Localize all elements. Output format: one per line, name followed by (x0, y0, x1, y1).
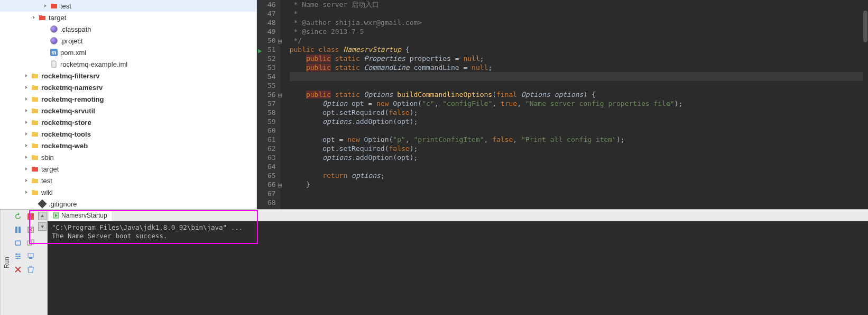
scroll-down-button[interactable] (38, 222, 47, 231)
console-tab-bar: NamesrvStartup (48, 210, 868, 221)
expand-arrow-icon (42, 38, 49, 44)
expand-arrow-icon[interactable] (23, 189, 30, 195)
tree-item-test[interactable]: test (0, 0, 256, 12)
run-gutter-icon[interactable]: ▶ (258, 46, 262, 55)
svg-point-9 (17, 257, 19, 259)
tree-item-rocketmq-tools[interactable]: rocketmq-tools (0, 128, 256, 140)
tree-item-wiki[interactable]: wiki (0, 186, 256, 198)
tree-item-rocketmq-store[interactable]: rocketmq-store (0, 116, 256, 128)
close-button[interactable] (12, 263, 24, 276)
tree-item-target[interactable]: target (0, 12, 256, 23)
svg-rect-2 (19, 227, 21, 233)
tree-item-rocketmq-filtersrv[interactable]: rocketmq-filtersrv (0, 70, 256, 82)
tree-item-rocketmq-remoting[interactable]: rocketmq-remoting (0, 93, 256, 105)
tree-item--classpath[interactable]: .classpath (0, 23, 256, 35)
svg-point-8 (19, 255, 21, 257)
tree-item--gitignore[interactable]: .gitignore (0, 198, 256, 209)
folder-yellow-icon (31, 130, 39, 138)
svg-point-7 (16, 253, 17, 255)
expand-arrow-icon[interactable] (23, 154, 30, 160)
dump-button[interactable] (12, 236, 24, 249)
folder-yellow-icon (31, 71, 39, 80)
line-number: 57 (267, 99, 276, 108)
fold-icon[interactable]: ⊟ (277, 91, 282, 96)
file-icon (50, 60, 58, 68)
code-line: public static Options buildCommandlineOp… (290, 90, 868, 99)
tree-item-rocketmq-srvutil[interactable]: rocketmq-srvutil (0, 105, 256, 116)
tree-item-label: rocketmq-filtersrv (41, 72, 100, 80)
code-line (290, 72, 868, 81)
scrollbar-thumb[interactable] (863, 11, 867, 42)
expand-arrow-icon (42, 26, 49, 32)
trash-button[interactable] (24, 263, 37, 276)
tree-item-label: wiki (41, 188, 53, 196)
code-line: options.addOption(opt); (290, 117, 868, 126)
expand-arrow-icon[interactable] (23, 84, 30, 91)
expand-arrow-icon[interactable] (23, 73, 30, 79)
svg-rect-10 (28, 254, 33, 257)
code-line (290, 162, 868, 171)
folder-yellow-icon (31, 95, 39, 103)
tree-item-label: .classpath (60, 25, 91, 33)
project-tree[interactable]: testtarget.classpath.projectmpom.xmlrock… (0, 0, 257, 209)
line-number: 67 (267, 189, 276, 198)
expand-arrow-icon[interactable] (23, 96, 30, 102)
console-tab[interactable]: NamesrvStartup (49, 210, 112, 221)
settings-button[interactable] (12, 249, 24, 263)
expand-arrow-icon[interactable] (23, 177, 30, 184)
tree-item-rocketmq-web[interactable]: rocketmq-web (0, 140, 256, 151)
code-line: } (290, 180, 868, 189)
expand-arrow-icon[interactable] (23, 107, 30, 114)
code-line: opt.setRequired(false); (290, 144, 868, 153)
editor-scrollbar[interactable] (863, 0, 868, 209)
svg-rect-11 (29, 257, 32, 259)
stop-button[interactable] (24, 210, 37, 223)
tree-item--project[interactable]: .project (0, 35, 256, 47)
tree-item-target[interactable]: target (0, 163, 256, 175)
expand-arrow-icon[interactable] (23, 119, 30, 125)
tree-item-test[interactable]: test (0, 175, 256, 186)
expand-arrow-icon[interactable] (23, 131, 30, 137)
expand-arrow-icon[interactable] (42, 3, 49, 9)
line-number: 48 (267, 18, 276, 27)
rerun-button[interactable] (12, 210, 24, 223)
expand-arrow-icon[interactable] (31, 14, 37, 21)
line-number: 64 (267, 162, 276, 171)
code-line: opt = new Option("p", "printConfigItem",… (290, 135, 868, 144)
tree-item-pom-xml[interactable]: mpom.xml (0, 47, 256, 58)
code-line: return options; (290, 171, 868, 180)
line-number: 52 (267, 54, 276, 63)
expand-arrow-icon[interactable] (23, 166, 30, 172)
tree-item-sbin[interactable]: sbin (0, 151, 256, 163)
editor-gutter: 4647484950⊟▶515253545556⊟575859606162636… (257, 0, 280, 209)
line-number: 65 (267, 171, 276, 180)
line-number: 55 (267, 81, 276, 90)
run-panel-label[interactable]: Run (0, 210, 12, 315)
tree-item-rocketmq-example-iml[interactable]: rocketmq-example.iml (0, 58, 256, 70)
fold-icon[interactable]: ⊟ (277, 181, 282, 186)
code-editor[interactable]: 4647484950⊟▶515253545556⊟575859606162636… (257, 0, 868, 209)
scroll-up-button[interactable] (38, 212, 47, 220)
folder-red-icon (38, 13, 47, 22)
pause-button[interactable] (12, 223, 24, 236)
folder-yellow-icon (31, 176, 39, 185)
exit-button[interactable] (24, 223, 37, 236)
code-line: public class NamesrvStartup { (290, 45, 868, 54)
folder-yellow-icon (31, 118, 39, 127)
code-line: public static Properties properties = nu… (290, 54, 868, 63)
restore-button[interactable] (24, 236, 37, 249)
line-number: 53 (267, 63, 276, 72)
code-line: options.addOption(opt); (290, 153, 868, 162)
code-line: Option opt = new Option("c", "configFile… (290, 99, 868, 108)
code-line: opt.setRequired(false); (290, 108, 868, 117)
console-nav (37, 210, 48, 315)
fold-icon[interactable]: ⊟ (277, 37, 282, 42)
code-area[interactable]: * Name server 启动入口 * * @author shijia.wx… (280, 0, 868, 209)
tree-item-rocketmq-namesrv[interactable]: rocketmq-namesrv (0, 82, 256, 93)
expand-arrow-icon[interactable] (23, 142, 30, 149)
pin-button[interactable] (24, 249, 37, 263)
line-number: 58 (267, 108, 276, 117)
console-output[interactable]: "C:\Program Files\Java\jdk1.8.0_92\bin\j… (48, 221, 868, 315)
svg-rect-0 (27, 213, 34, 220)
line-number: 46 (267, 0, 276, 9)
